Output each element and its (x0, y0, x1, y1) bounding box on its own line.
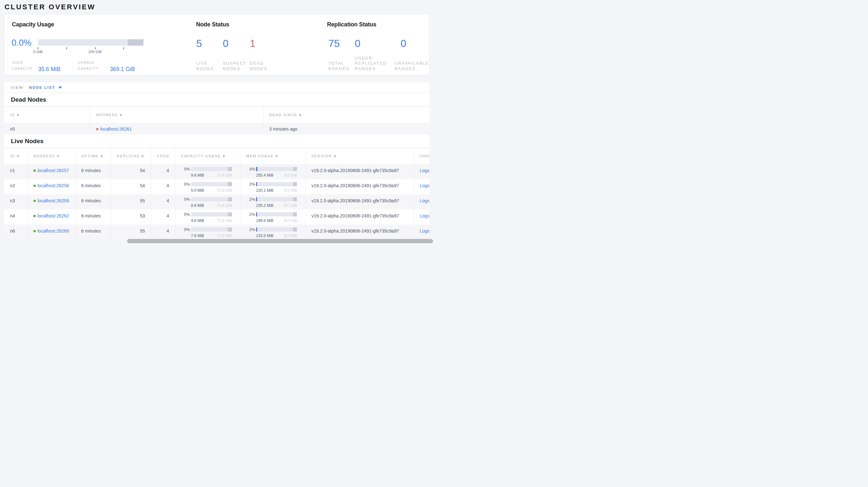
live-node-row: n2 localhost:26258 6 minutes 54 4 0% 5.0… (4, 179, 430, 194)
live-node-row: n3 localhost:26259 6 minutes 55 4 0% 8.6… (4, 194, 430, 209)
column-header-cpus[interactable]: CPUS (151, 148, 175, 164)
logs-link[interactable]: Logs (420, 168, 430, 173)
live-status-icon (33, 185, 36, 187)
capacity-bar-reserved (228, 167, 232, 171)
mem-used-label: 255.4 MiB (256, 173, 274, 177)
uptime-cell: 6 minutes (75, 179, 111, 194)
node-status-title: Node Status (196, 21, 229, 28)
view-dropdown[interactable]: NODE LIST (29, 86, 55, 90)
node-id-cell: n5 (4, 123, 90, 134)
capacity-bar-reserved (128, 39, 144, 46)
logs-cell: Logs (414, 225, 430, 240)
version-cell: v19.2.0-alpha.20190606-2491-gfe735c9a97 (305, 194, 414, 209)
logs-link[interactable]: Logs (420, 228, 430, 233)
suspect-nodes-count: 0 (223, 38, 229, 49)
uptime-cell: 6 minutes (75, 209, 111, 225)
dead-nodes-heading: Dead Nodes (4, 93, 430, 106)
mem-bar (256, 227, 297, 232)
dead-nodes-count: 1 (250, 38, 256, 49)
dead-status-icon (96, 128, 98, 130)
cpus-cell: 4 (151, 225, 175, 240)
live-status-icon (33, 169, 36, 172)
mem-bar (256, 167, 297, 171)
column-header-replicas[interactable]: REPLICAS ▼ (111, 148, 151, 164)
capacity-used-label: 4.6 MiB (191, 219, 204, 223)
mem-bar-reserved (293, 227, 297, 232)
live-nodes-label: LIVE NODES (196, 61, 214, 71)
node-address-link[interactable]: localhost:26258 (38, 183, 69, 188)
dead-nodes-table-header: ID ▼ ADDRESS ▼ DEAD SINCE ▼ (4, 106, 430, 123)
sort-descending-icon: ▼ (57, 155, 60, 158)
logs-link[interactable]: Logs (420, 213, 430, 219)
mem-bar-fill (256, 212, 257, 217)
sort-descending-icon: ▼ (276, 155, 279, 158)
column-header-version[interactable]: VERSION ▼ (305, 148, 414, 164)
node-address-link[interactable]: localhost:26260 (38, 228, 69, 233)
mem-total-label: 8.0 GiB (284, 233, 297, 238)
column-header-capacity-usage[interactable]: CAPACITY USAGE ▼ (175, 148, 240, 164)
mem-percent: 2% (246, 227, 255, 232)
column-header-id[interactable]: ID ▼ (4, 148, 27, 164)
node-address-cell: localhost:26260 (27, 225, 75, 240)
capacity-usage-title: Capacity Usage (12, 21, 54, 28)
dead-node-row: n5 localhost:26261 3 minutes ago (4, 123, 430, 134)
node-address-cell: localhost:26258 (27, 179, 75, 194)
capacity-used-label: 8.6 MiB (191, 203, 204, 208)
capacity-bar-reserved (228, 182, 232, 186)
column-header-mem-usage[interactable]: MEM USAGE ▼ (240, 148, 305, 164)
sort-descending-icon: ▼ (299, 113, 302, 117)
cpus-cell: 4 (151, 194, 175, 209)
capacity-usage-bar: 0 GiB200 GiB (38, 39, 144, 54)
capacity-axis-tick (38, 47, 38, 49)
node-address-link[interactable]: localhost:26257 (38, 168, 69, 173)
capacity-bar-track (38, 39, 144, 46)
column-header-logs[interactable]: LOGS (414, 148, 430, 164)
column-header-dead-since[interactable]: DEAD SINCE ▼ (263, 107, 430, 123)
live-nodes-table: ID ▼ ADDRESS ▼ UPTIME ▼ REPLICAS ▼ CPUS … (4, 148, 430, 240)
mem-used-label: 235.2 MiB (256, 203, 274, 208)
mem-bar-fill (256, 227, 257, 232)
mem-usage-cell: 2% 199.6 MiB 8.0 GiB (240, 209, 305, 225)
column-header-uptime[interactable]: UPTIME ▼ (75, 148, 111, 164)
logs-cell: Logs (414, 179, 430, 194)
mem-percent: 2% (246, 212, 255, 217)
logs-link[interactable]: Logs (420, 183, 430, 188)
column-header-address[interactable]: ADDRESS ▼ (27, 148, 75, 164)
logs-cell: Logs (414, 209, 430, 225)
mem-bar-fill (256, 167, 257, 171)
logs-link[interactable]: Logs (420, 198, 430, 203)
column-header-id[interactable]: ID ▼ (4, 107, 90, 123)
capacity-usage-cell: 0% 9.6 MiB 73.8 GiB (175, 164, 240, 179)
capacity-percent: 0% (181, 212, 190, 217)
capacity-usage-cell: 0% 5.0 MiB 73.8 GiB (175, 179, 240, 194)
mem-bar-fill (256, 182, 257, 186)
capacity-axis-tick-label: 0 GiB (33, 50, 43, 54)
total-ranges-count: 75 (329, 38, 340, 49)
horizontal-scrollbar-thumb[interactable] (127, 239, 433, 243)
sort-descending-icon: ▼ (17, 155, 20, 158)
node-id-cell: n6 (4, 225, 27, 240)
suspect-nodes-label: SUSPECT NODES (223, 61, 247, 71)
sort-descending-icon: ▼ (120, 113, 123, 117)
node-address-link[interactable]: localhost:26262 (38, 213, 69, 219)
sort-descending-icon: ▼ (141, 155, 144, 158)
mem-usage-cell: 2% 235.2 MiB 8.0 GiB (240, 194, 305, 209)
mem-bar (256, 212, 297, 217)
replicas-cell: 55 (111, 194, 151, 209)
used-capacity-label: USED CAPACITY (12, 60, 33, 72)
live-status-icon (33, 230, 36, 232)
chevron-down-icon[interactable] (59, 87, 62, 89)
capacity-percent: 0% (181, 167, 190, 171)
node-address-link[interactable]: localhost:26261 (100, 126, 132, 132)
capacity-total-label: 73.8 GiB (217, 188, 232, 193)
uptime-cell: 6 minutes (75, 225, 111, 240)
uptime-cell: 6 minutes (75, 194, 111, 209)
node-address-link[interactable]: localhost:26259 (38, 198, 69, 203)
node-id-cell: n2 (4, 179, 27, 194)
capacity-axis-tick (66, 47, 67, 49)
logs-cell: Logs (414, 164, 430, 179)
live-status-icon (33, 215, 36, 217)
column-header-address[interactable]: ADDRESS ▼ (90, 107, 263, 123)
live-nodes-count: 5 (196, 38, 202, 49)
capacity-bar (191, 182, 232, 186)
